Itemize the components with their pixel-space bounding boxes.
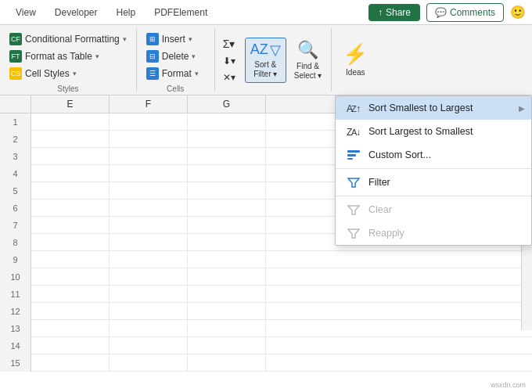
tab-pdfelement[interactable]: PDFElement [145, 2, 217, 23]
ribbon-group-cells: ⊞ Insert ▾ ⊟ Delete ▾ ☰ Format ▾ Cells [137, 28, 215, 92]
tab-help[interactable]: Help [107, 2, 146, 23]
cell-e-2[interactable] [31, 131, 110, 148]
table-row[interactable]: 14 [0, 337, 532, 354]
cell-f-8[interactable] [110, 234, 188, 251]
cells-items: ⊞ Insert ▾ ⊟ Delete ▾ ☰ Format ▾ [143, 31, 202, 81]
conditional-formatting-btn[interactable]: CF Conditional Formatting ▾ [6, 31, 130, 47]
insert-btn[interactable]: ⊞ Insert ▾ [143, 31, 202, 47]
cell-f-5[interactable] [110, 182, 188, 200]
table-row[interactable]: 13 [0, 320, 532, 337]
cell-e-6[interactable] [31, 200, 110, 217]
table-row[interactable]: 9 [0, 251, 532, 268]
fill-btn[interactable]: ⬇▾ [220, 54, 239, 68]
find-select-btn[interactable]: 🔍 Find &Select ▾ [289, 37, 327, 84]
cell-g-10[interactable] [188, 268, 266, 286]
share-button[interactable]: ↑ Share [368, 4, 420, 21]
cell-e-13[interactable] [31, 320, 110, 337]
table-row[interactable]: 12 [0, 303, 532, 320]
smiley-icon: 🙂 [510, 5, 526, 20]
cell-extra[interactable] [266, 251, 532, 268]
ideas-btn[interactable]: ⚡ Ideas [338, 39, 372, 81]
cell-g-15[interactable] [188, 354, 266, 372]
sort-filter-btn[interactable]: AZ ▽ Sort &Filter ▾ [245, 38, 286, 83]
cell-e-15[interactable] [31, 354, 110, 372]
cell-extra[interactable] [266, 337, 532, 354]
row-number-cell: 4 [0, 165, 31, 182]
cell-e-9[interactable] [31, 251, 110, 268]
cell-f-1[interactable] [110, 113, 188, 131]
menu-filter[interactable]: Filter [336, 171, 531, 194]
cell-g-12[interactable] [188, 303, 266, 320]
cell-extra[interactable] [266, 268, 532, 286]
cell-e-7[interactable] [31, 217, 110, 234]
cell-e-10[interactable] [31, 268, 110, 286]
filter-icon [347, 176, 361, 189]
row-number-cell: 7 [0, 217, 31, 234]
cell-g-8[interactable] [188, 234, 266, 251]
cell-f-9[interactable] [110, 251, 188, 268]
cell-f-10[interactable] [110, 268, 188, 286]
cell-e-12[interactable] [31, 303, 110, 320]
cell-e-1[interactable] [31, 113, 110, 131]
row-number-cell: 8 [0, 234, 31, 251]
delete-btn[interactable]: ⊟ Delete ▾ [143, 49, 202, 64]
cell-g-7[interactable] [188, 217, 266, 234]
cell-e-8[interactable] [31, 234, 110, 251]
cell-extra[interactable] [266, 320, 532, 337]
cell-styles-btn[interactable]: CS Cell Styles ▾ [6, 66, 130, 81]
cell-extra[interactable] [266, 286, 532, 303]
cell-f-13[interactable] [110, 320, 188, 337]
row-number-cell: 10 [0, 268, 31, 286]
cell-extra[interactable] [266, 354, 532, 372]
ribbon-group-ideas: ⚡ Ideas [332, 28, 379, 92]
cell-g-14[interactable] [188, 337, 266, 354]
cell-e-14[interactable] [31, 337, 110, 354]
comments-button[interactable]: 💬 Comments [426, 3, 504, 22]
cell-f-15[interactable] [110, 354, 188, 372]
format-btn[interactable]: ☰ Format ▾ [143, 66, 202, 81]
table-row[interactable]: 10 [0, 268, 532, 286]
cell-g-5[interactable] [188, 182, 266, 200]
cell-f-11[interactable] [110, 286, 188, 303]
row-number-cell: 11 [0, 286, 31, 303]
cell-g-6[interactable] [188, 200, 266, 217]
cell-g-11[interactable] [188, 286, 266, 303]
cell-g-2[interactable] [188, 131, 266, 148]
tab-developer[interactable]: Developer [45, 2, 107, 23]
watermark: wsxdn.com [491, 381, 526, 389]
clear-edit-btn[interactable]: ✕▾ [220, 70, 239, 85]
cell-f-7[interactable] [110, 217, 188, 234]
cell-g-4[interactable] [188, 165, 266, 182]
cell-g-9[interactable] [188, 251, 266, 268]
styles-group-title: Styles [6, 81, 130, 93]
cell-f-6[interactable] [110, 200, 188, 217]
cell-extra[interactable] [266, 303, 532, 320]
table-row[interactable]: 15 [0, 354, 532, 372]
menu-filter-label: Filter [368, 177, 390, 188]
cell-e-11[interactable] [31, 286, 110, 303]
format-as-table-btn[interactable]: FT Format as Table ▾ [6, 49, 130, 64]
tab-view[interactable]: View [6, 2, 45, 23]
cell-f-12[interactable] [110, 303, 188, 320]
cell-e-4[interactable] [31, 165, 110, 182]
cell-g-3[interactable] [188, 148, 266, 165]
cell-f-4[interactable] [110, 165, 188, 182]
cf-chevron: ▾ [123, 35, 127, 43]
custom-sort-icon [347, 149, 361, 161]
table-row[interactable]: 11 [0, 286, 532, 303]
cell-g-1[interactable] [188, 113, 266, 131]
sort-az-icon: AZ [250, 41, 268, 58]
menu-sort-asc[interactable]: AZ↑ Sort Smallest to Largest ▶ [336, 96, 531, 120]
cf-label: Conditional Formatting [25, 34, 120, 45]
cell-f-2[interactable] [110, 131, 188, 148]
ideas-area: ⚡ Ideas [338, 31, 372, 88]
menu-custom-sort[interactable]: Custom Sort... [336, 143, 531, 167]
cell-g-13[interactable] [188, 320, 266, 337]
clear-filter-icon [347, 203, 361, 216]
cell-e-3[interactable] [31, 148, 110, 165]
cell-f-3[interactable] [110, 148, 188, 165]
cell-e-5[interactable] [31, 182, 110, 200]
menu-sort-desc[interactable]: ZA↓ Sort Largest to Smallest [336, 120, 531, 143]
sigma-btn[interactable]: Σ▾ [220, 36, 239, 52]
cell-f-14[interactable] [110, 337, 188, 354]
